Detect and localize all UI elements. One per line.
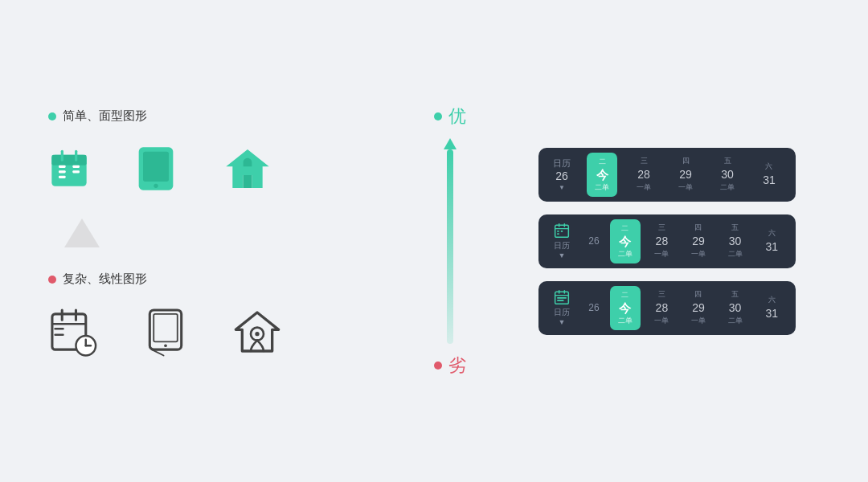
right-section: 日历 26 ▼ 二 今 二单 [514, 0, 820, 482]
card2-left-icon: 日历 ▼ [545, 219, 579, 263]
top-label-text: 简单、面型图形 [63, 108, 147, 124]
top-axis-dot [434, 112, 442, 120]
arrow-row [48, 219, 338, 247]
calendar-outline-icon [48, 306, 100, 357]
svg-rect-39 [557, 297, 567, 299]
card3-days: 26 二 今 二单 三 28 一单 [582, 286, 789, 330]
axis-arrowhead [444, 138, 457, 149]
axis-shaft [445, 138, 455, 344]
bottom-axis-text: 劣 [448, 353, 466, 378]
axis-container: 优 劣 [434, 88, 466, 394]
card1-days: 二 今 二单 三 28 一单 四 [582, 153, 789, 197]
bottom-dot [48, 276, 56, 284]
card1-day-28: 三 28 一单 [624, 156, 664, 193]
bottom-axis-dot [434, 362, 442, 370]
tablet-outline-icon [140, 306, 191, 357]
bottom-label-row: 复杂、线性图形 [48, 272, 338, 287]
top-axis-text: 优 [448, 104, 466, 129]
svg-rect-34 [561, 231, 563, 232]
middle-section: 优 劣 [386, 0, 514, 482]
svg-rect-22 [149, 310, 181, 349]
top-axis-label: 优 [434, 104, 466, 129]
left-section: 简单、面型图形 [0, 0, 386, 482]
svg-rect-18 [54, 333, 63, 335]
top-dot [48, 112, 56, 120]
svg-rect-10 [143, 152, 169, 182]
svg-rect-4 [59, 176, 66, 178]
axis-bar [447, 149, 453, 344]
card3-left-icon: 日历 ▼ [545, 286, 579, 330]
outline-icons-row [48, 306, 338, 357]
svg-rect-17 [54, 328, 63, 329]
bottom-axis-label: 劣 [434, 353, 466, 378]
svg-rect-6 [72, 170, 80, 173]
svg-rect-2 [59, 165, 66, 168]
svg-point-27 [255, 332, 259, 336]
card1-left-label: 日历 26 ▼ [545, 153, 579, 197]
svg-rect-5 [72, 165, 80, 168]
card1-day-30: 五 30 二单 [707, 156, 747, 193]
svg-rect-40 [557, 300, 563, 301]
main-container: 简单、面型图形 [0, 0, 868, 482]
up-arrow-icon [64, 219, 100, 247]
card2-days: 26 二 今 二单 三 28 一单 [582, 219, 789, 263]
tablet-solid-icon [130, 143, 182, 194]
svg-rect-1 [51, 155, 86, 165]
card1-day-29: 四 29 一单 [665, 156, 706, 193]
svg-rect-12 [244, 175, 252, 188]
calendar-card-3: 日历 ▼ 26 二 今 二单 三 [538, 281, 796, 335]
svg-point-11 [154, 184, 158, 188]
svg-rect-32 [557, 231, 559, 232]
svg-rect-3 [59, 170, 66, 173]
house-outline-icon [231, 306, 283, 357]
house-solid-icon [222, 143, 273, 194]
calendar-card-2: 日历 ▼ 26 二 今 二单 三 [538, 214, 796, 268]
solid-icons-row [48, 143, 338, 194]
svg-rect-23 [154, 314, 178, 341]
card1-day-today: 二 今 二单 [582, 153, 622, 197]
top-label-row: 简单、面型图形 [48, 108, 338, 124]
bottom-label-text: 复杂、线性图形 [63, 272, 147, 287]
calendar-card-1: 日历 26 ▼ 二 今 二单 [538, 148, 796, 202]
card1-day-31: 六 31 [749, 161, 789, 188]
svg-point-24 [164, 344, 167, 347]
svg-rect-33 [557, 233, 559, 235]
calendar-solid-icon [48, 148, 90, 190]
